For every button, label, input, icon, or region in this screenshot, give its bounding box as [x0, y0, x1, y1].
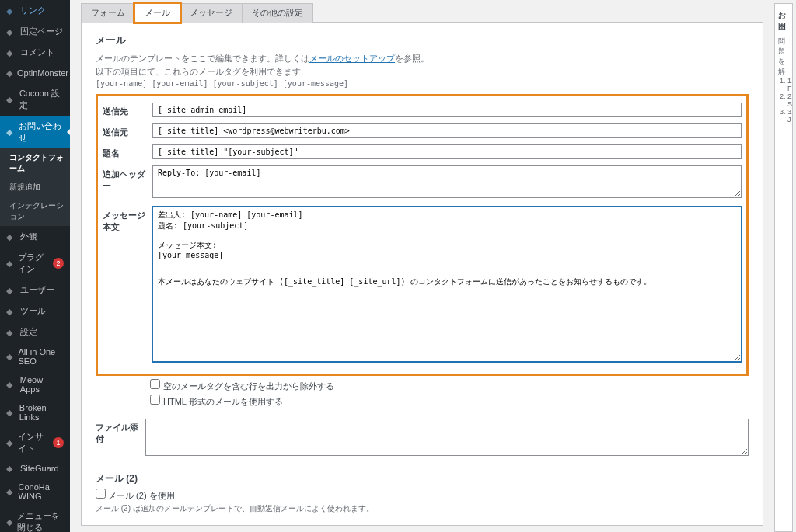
headers-input[interactable]	[152, 165, 742, 198]
use-html-check[interactable]: HTML 形式のメールを使用する	[150, 395, 749, 408]
headers-label: 追加ヘッダー	[103, 165, 152, 192]
sidebar-label: プラグイン	[18, 252, 48, 275]
mail-tags: [your-name] [your-email] [your-subject] …	[96, 79, 749, 88]
sidebar-label: ConoHa WING	[19, 482, 64, 501]
subject-input[interactable]	[152, 144, 742, 159]
sidebar-label: コメント	[20, 47, 54, 58]
menu-icon: ◆	[6, 328, 16, 337]
sidebar-item-meow[interactable]: ◆Meow Apps	[0, 370, 70, 398]
subject-label: 題名	[103, 144, 152, 159]
menu-icon: ◆	[6, 438, 13, 447]
tab-nav: フォームメールメッセージその他の設定	[81, 3, 763, 23]
sidebar-item-brush[interactable]: ◆外観	[0, 226, 70, 247]
sidebar-item-user[interactable]: ◆ユーザー	[0, 280, 70, 301]
menu-icon: ◆	[6, 307, 16, 316]
sidebar-item-settings[interactable]: ◆設定	[0, 322, 70, 342]
sidebar-item-tool[interactable]: ◆ツール	[0, 301, 70, 322]
sidebar-label: インサイト	[18, 431, 48, 454]
menu-icon: ◆	[6, 487, 14, 496]
sidebar-item-broken[interactable]: ◆Broken Links	[0, 398, 70, 426]
mail2-use-check[interactable]: メール (2) を使用	[96, 491, 175, 500]
menu-icon: ◆	[6, 48, 16, 57]
menu-icon: ◆	[6, 286, 16, 295]
sidebar-label: 外観	[20, 231, 37, 242]
sidebar-item-comment[interactable]: ◆コメント	[0, 42, 70, 63]
sidebar-item-link[interactable]: ◆リンク	[0, 0, 70, 21]
menu-icon: ◆	[6, 6, 16, 16]
menu-icon: ◆	[6, 408, 15, 417]
sidebar-badge: 1	[53, 437, 64, 448]
menu-icon: ◆	[6, 27, 16, 37]
sidebar-label: OptinMonster	[17, 68, 68, 78]
menu-icon: ◆	[6, 95, 15, 104]
menu-icon: ◆	[6, 232, 16, 242]
sidebar-label: メニューを閉じる	[17, 510, 64, 532]
sidebar-badge: 2	[53, 258, 64, 269]
sidebar-label: Cocoon 設定	[19, 88, 64, 111]
sidebar-item-insight[interactable]: ◆インサイト1	[0, 426, 70, 459]
sidebar-label: Meow Apps	[20, 375, 64, 394]
help-title: お困	[778, 10, 789, 32]
menu-icon: ◆	[6, 259, 13, 268]
to-input[interactable]	[152, 103, 742, 117]
sidebar-item-seo[interactable]: ◆All in One SEO	[0, 342, 70, 370]
from-label: 送信元	[103, 123, 152, 138]
help-sub: 問題を解	[778, 37, 789, 77]
mail-description: メールのテンプレートをここで編集できます。詳しくはメールのセットアップを参照。 …	[96, 52, 749, 78]
sidebar-item-guard[interactable]: ◆SiteGuard	[0, 459, 70, 478]
tab-メッセージ[interactable]: メッセージ	[180, 3, 243, 23]
sidebar-label: Broken Links	[19, 403, 64, 422]
mail-setup-link[interactable]: メールのセットアップ	[309, 54, 395, 63]
menu-icon: ◆	[6, 127, 14, 137]
sidebar-label: お問い合わせ	[19, 120, 64, 144]
mail2-heading: メール (2)	[96, 472, 749, 485]
sidebar-item-mail[interactable]: ◆お問い合わせ	[0, 116, 70, 148]
mail-panel: メール メールのテンプレートをここで編集できます。詳しくはメールのセットアップを…	[81, 22, 763, 526]
attach-input[interactable]	[145, 419, 749, 456]
sidebar-item-opt[interactable]: ◆OptinMonster!	[0, 63, 70, 83]
sidebar-label: ツール	[20, 305, 46, 317]
main-content: フォームメールメッセージその他の設定 メール メールのテンプレートをここで編集で…	[70, 0, 774, 532]
body-input[interactable]	[152, 207, 742, 362]
sidebar-item-plugin[interactable]: ◆プラグイン2	[0, 247, 70, 280]
tab-その他の設定[interactable]: その他の設定	[242, 3, 313, 23]
help-panel: お困 問題を解 1. F 2. S 3. J	[774, 3, 793, 532]
sidebar-sub-item[interactable]: インテグレーション	[3, 196, 70, 226]
sidebar-item-conoha[interactable]: ◆ConoHa WING	[0, 478, 70, 506]
mail-heading: メール	[96, 33, 749, 47]
mail-form-highlight: 送信先 送信元 題名 追加ヘッダー メッセージ本文	[96, 94, 749, 376]
from-input[interactable]	[152, 123, 742, 138]
sidebar-label: 設定	[20, 326, 37, 338]
sidebar-item-page[interactable]: ◆固定ページ	[0, 21, 70, 42]
tab-メール[interactable]: メール	[134, 3, 180, 23]
attach-label: ファイル添付	[96, 419, 145, 445]
body-label: メッセージ本文	[103, 207, 152, 233]
sidebar-label: 固定ページ	[20, 26, 63, 37]
sidebar-sub-item[interactable]: コンタクトフォーム	[3, 148, 70, 178]
tab-フォーム[interactable]: フォーム	[81, 3, 135, 23]
sidebar-label: ユーザー	[20, 284, 54, 296]
sidebar-item-collapse[interactable]: ◆メニューを閉じる	[0, 506, 70, 532]
mail2-note: メール (2) は追加のメールテンプレートで、自動返信メールによく使われます。	[96, 503, 749, 514]
sidebar-label: All in One SEO	[18, 347, 64, 366]
menu-icon: ◆	[6, 68, 12, 78]
menu-icon: ◆	[6, 352, 13, 361]
menu-icon: ◆	[6, 380, 16, 389]
sidebar-label: SiteGuard	[20, 464, 59, 473]
menu-icon: ◆	[6, 464, 16, 473]
sidebar-item-cocoon[interactable]: ◆Cocoon 設定	[0, 83, 70, 116]
sidebar-sub-item[interactable]: 新規追加	[3, 178, 70, 196]
to-label: 送信先	[103, 103, 152, 117]
sidebar-label: リンク	[20, 5, 46, 16]
exclude-blank-check[interactable]: 空のメールタグを含む行を出力から除外する	[150, 379, 749, 392]
menu-icon: ◆	[6, 517, 12, 527]
admin-sidebar: ◆リンク◆固定ページ◆コメント◆OptinMonster!◆Cocoon 設定◆…	[0, 0, 70, 532]
